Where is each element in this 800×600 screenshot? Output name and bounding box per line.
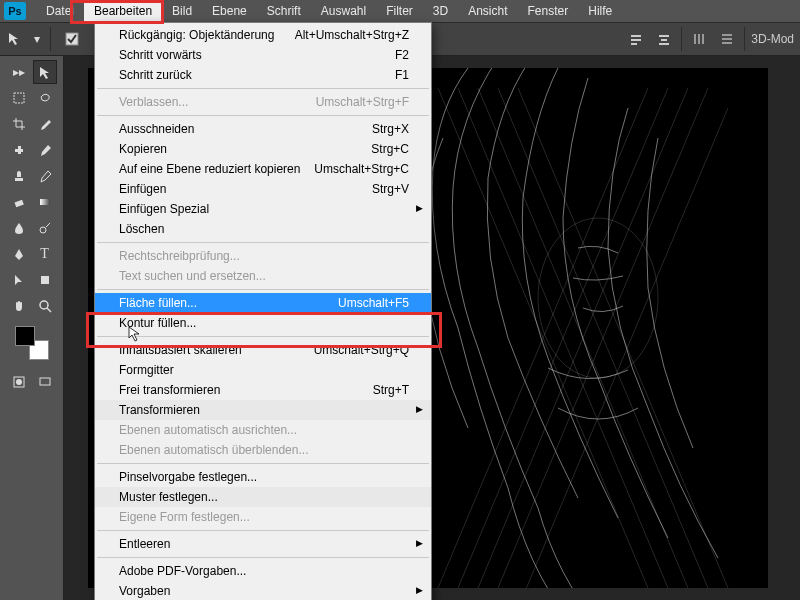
svg-rect-6 (659, 43, 669, 45)
zoom-tool[interactable] (33, 294, 57, 318)
svg-rect-16 (14, 200, 23, 207)
menu-ebene[interactable]: Ebene (202, 1, 257, 21)
history-brush-tool[interactable] (33, 164, 57, 188)
heal-tool[interactable] (7, 138, 31, 162)
align-icon[interactable] (653, 28, 675, 50)
menu-item[interactable]: Schritt zurückF1 (95, 65, 431, 85)
menu-item-label: Schritt vorwärts (119, 48, 202, 62)
menu-item[interactable]: Fläche füllen...Umschalt+F5 (95, 293, 431, 313)
eyedropper-tool[interactable] (33, 112, 57, 136)
crop-tool[interactable] (7, 112, 31, 136)
svg-point-22 (16, 379, 22, 385)
menu-item-label: Eigene Form festlegen... (119, 510, 250, 524)
collapse-icon[interactable]: ▸▸ (7, 60, 31, 84)
menu-item[interactable]: AusschneidenStrg+X (95, 119, 431, 139)
distribute-icon[interactable] (716, 28, 738, 50)
svg-rect-17 (40, 199, 50, 205)
menu-item-label: Muster festlegen... (119, 490, 218, 504)
menu-item-shortcut: Strg+V (372, 182, 409, 196)
foreground-color-swatch[interactable] (15, 326, 35, 346)
menu-auswahl[interactable]: Auswahl (311, 1, 376, 21)
move-tool-icon[interactable] (6, 30, 24, 48)
color-swatches[interactable] (15, 326, 49, 360)
tools-panel: ▸▸ T (0, 56, 64, 600)
menu-item[interactable]: Schritt vorwärtsF2 (95, 45, 431, 65)
submenu-arrow-icon: ▶ (416, 538, 423, 548)
menu-item-shortcut: Umschalt+F5 (338, 296, 409, 310)
menu-item-label: Verblassen... (119, 95, 188, 109)
svg-rect-15 (18, 146, 21, 154)
mode-3d-label[interactable]: 3D-Mod (751, 32, 794, 46)
menu-fenster[interactable]: Fenster (518, 1, 579, 21)
checkbox-autoselect[interactable] (61, 28, 83, 50)
menu-item-label: Transformieren (119, 403, 200, 417)
menu-item-label: Entleeren (119, 537, 170, 551)
move-tool[interactable] (33, 60, 57, 84)
menu-item-label: Löschen (119, 222, 164, 236)
blur-tool[interactable] (7, 216, 31, 240)
menu-item-label: Pinselvorgabe festlegen... (119, 470, 257, 484)
menu-item-shortcut: Strg+C (371, 142, 409, 156)
menu-ansicht[interactable]: Ansicht (458, 1, 517, 21)
menu-item[interactable]: Muster festlegen... (95, 487, 431, 507)
menu-item[interactable]: Entleeren▶ (95, 534, 431, 554)
align-icon[interactable] (625, 28, 647, 50)
menu-item: Rechtschreibprüfung... (95, 246, 431, 266)
menu-item: Ebenen automatisch ausrichten... (95, 420, 431, 440)
svg-point-18 (40, 227, 46, 233)
submenu-arrow-icon: ▶ (416, 203, 423, 213)
menu-item-shortcut: Alt+Umschalt+Strg+Z (295, 28, 409, 42)
type-tool[interactable]: T (33, 242, 57, 266)
menu-item-shortcut: Umschalt+Strg+C (314, 162, 409, 176)
menu-item[interactable]: Adobe PDF-Vorgaben... (95, 561, 431, 581)
quickmask-icon[interactable] (7, 370, 31, 394)
svg-rect-3 (631, 43, 637, 45)
submenu-arrow-icon: ▶ (416, 404, 423, 414)
screenmode-icon[interactable] (33, 370, 57, 394)
menu-hilfe[interactable]: Hilfe (578, 1, 622, 21)
menu-item[interactable]: Auf eine Ebene reduziert kopierenUmschal… (95, 159, 431, 179)
submenu-arrow-icon: ▶ (416, 585, 423, 595)
menu-item-label: Einfügen (119, 182, 166, 196)
menu-item[interactable]: Transformieren▶ (95, 400, 431, 420)
menu-item[interactable]: Rückgängig: ObjektänderungAlt+Umschalt+S… (95, 25, 431, 45)
stamp-tool[interactable] (7, 164, 31, 188)
svg-rect-7 (694, 34, 696, 44)
menu-3d[interactable]: 3D (423, 1, 458, 21)
svg-rect-2 (631, 39, 641, 41)
shape-tool[interactable] (33, 268, 57, 292)
hand-tool[interactable] (7, 294, 31, 318)
svg-rect-19 (41, 276, 49, 284)
menu-item[interactable]: Formgitter (95, 360, 431, 380)
menu-item: Eigene Form festlegen... (95, 507, 431, 527)
menu-item[interactable]: Vorgaben▶ (95, 581, 431, 600)
dodge-tool[interactable] (33, 216, 57, 240)
menu-item[interactable]: Einfügen Spezial▶ (95, 199, 431, 219)
menu-item-label: Frei transformieren (119, 383, 220, 397)
menu-item-label: Formgitter (119, 363, 174, 377)
gradient-tool[interactable] (33, 190, 57, 214)
brush-tool[interactable] (33, 138, 57, 162)
menu-item[interactable]: Pinselvorgabe festlegen... (95, 467, 431, 487)
menu-item[interactable]: Löschen (95, 219, 431, 239)
menu-item-label: Einfügen Spezial (119, 202, 209, 216)
edit-menu-dropdown: Rückgängig: ObjektänderungAlt+Umschalt+S… (94, 22, 432, 600)
eraser-tool[interactable] (7, 190, 31, 214)
menu-schrift[interactable]: Schrift (257, 1, 311, 21)
menu-item[interactable]: Frei transformierenStrg+T (95, 380, 431, 400)
pen-tool[interactable] (7, 242, 31, 266)
svg-rect-13 (14, 93, 24, 103)
menu-item-label: Vorgaben (119, 584, 170, 598)
menu-bild[interactable]: Bild (162, 1, 202, 21)
menu-item[interactable]: EinfügenStrg+V (95, 179, 431, 199)
lasso-tool[interactable] (33, 86, 57, 110)
svg-rect-11 (722, 38, 732, 40)
menu-item-shortcut: F1 (395, 68, 409, 82)
svg-rect-4 (659, 35, 669, 37)
menu-item[interactable]: KopierenStrg+C (95, 139, 431, 159)
distribute-icon[interactable] (688, 28, 710, 50)
annotation-highlight-menu (70, 0, 164, 24)
marquee-tool[interactable] (7, 86, 31, 110)
menu-filter[interactable]: Filter (376, 1, 423, 21)
path-select-tool[interactable] (7, 268, 31, 292)
